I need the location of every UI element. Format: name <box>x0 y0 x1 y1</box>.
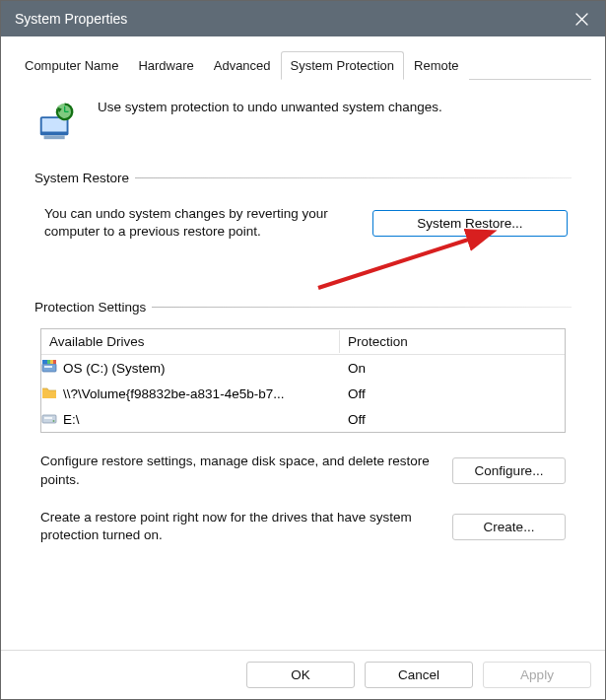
table-row[interactable]: E:\Off <box>41 406 565 432</box>
drive-label: E:\ <box>63 412 80 427</box>
tab-remote[interactable]: Remote <box>404 51 469 80</box>
titlebar: System Properties <box>1 1 605 36</box>
system-restore-section: System Restore You can undo system chang… <box>34 171 572 245</box>
create-button[interactable]: Create... <box>452 514 566 540</box>
tab-hardware[interactable]: Hardware <box>128 51 203 80</box>
dialog-footer: OK Cancel Apply <box>1 650 605 699</box>
drives-table[interactable]: Available Drives Protection OS (C:) (Sys… <box>40 328 566 433</box>
svg-rect-10 <box>44 366 52 368</box>
drive-label: \\?\Volume{f98832be-a831-4e5b-b7... <box>63 386 284 401</box>
configure-desc: Configure restore settings, manage disk … <box>40 453 440 488</box>
cancel-button[interactable]: Cancel <box>365 662 473 688</box>
drive-protection: Off <box>340 383 565 405</box>
protection-settings-section: Protection Settings Available Drives Pro… <box>34 300 572 554</box>
configure-button[interactable]: Configure... <box>452 457 566 484</box>
tab-panel: Use system protection to undo unwanted s… <box>15 80 591 578</box>
system-restore-desc: You can undo system changes by reverting… <box>44 205 359 241</box>
drive-icon <box>41 385 57 403</box>
close-icon <box>575 13 588 26</box>
drive-protection: On <box>340 357 565 380</box>
svg-rect-11 <box>42 360 47 364</box>
col-drives: Available Drives <box>41 330 340 353</box>
drive-protection: Off <box>340 408 565 431</box>
intro-row: Use system protection to undo unwanted s… <box>34 98 572 143</box>
tab-bar: Computer NameHardwareAdvancedSystem Prot… <box>15 50 591 80</box>
create-desc: Create a restore point right now for the… <box>40 509 440 544</box>
tab-advanced[interactable]: Advanced <box>204 51 281 80</box>
window-title: System Properties <box>15 11 127 27</box>
drive-icon <box>41 410 57 429</box>
svg-point-17 <box>53 420 55 422</box>
system-restore-button[interactable]: System Restore... <box>372 210 568 237</box>
svg-rect-12 <box>47 360 50 364</box>
col-protection: Protection <box>340 330 565 353</box>
apply-button[interactable]: Apply <box>483 662 591 688</box>
tab-computer-name[interactable]: Computer Name <box>15 51 128 80</box>
system-protection-icon <box>34 98 80 143</box>
close-button[interactable] <box>558 1 605 36</box>
drive-label: OS (C:) (System) <box>63 361 166 376</box>
divider <box>135 177 572 178</box>
system-restore-legend: System Restore <box>34 171 135 185</box>
svg-rect-16 <box>44 417 52 419</box>
divider <box>152 307 572 308</box>
protection-settings-legend: Protection Settings <box>34 300 152 315</box>
tab-system-protection[interactable]: System Protection <box>281 51 405 80</box>
svg-rect-13 <box>50 360 53 364</box>
svg-rect-1 <box>42 118 67 131</box>
svg-rect-14 <box>53 360 56 364</box>
table-header: Available Drives Protection <box>41 329 565 355</box>
ok-button[interactable]: OK <box>246 662 355 688</box>
svg-rect-2 <box>44 135 65 139</box>
drive-icon <box>41 359 57 378</box>
intro-text: Use system protection to undo unwanted s… <box>98 98 442 114</box>
table-row[interactable]: OS (C:) (System)On <box>41 355 565 381</box>
table-row[interactable]: \\?\Volume{f98832be-a831-4e5b-b7...Off <box>41 381 565 406</box>
